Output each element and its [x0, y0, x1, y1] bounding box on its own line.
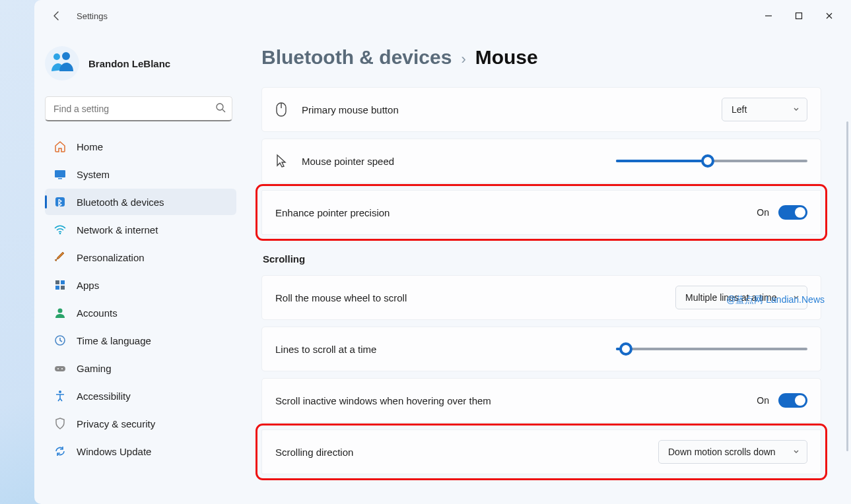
user-row[interactable]: Brandon LeBlanc: [45, 44, 243, 92]
shield-icon: [53, 416, 67, 431]
nav-list: Home System Bluetooth & devices Network …: [45, 133, 243, 464]
search-input[interactable]: [45, 96, 232, 121]
sidebar-item-bluetooth[interactable]: Bluetooth & devices: [45, 189, 236, 215]
lines-scroll-slider[interactable]: [616, 342, 807, 356]
clock-icon: [53, 333, 67, 348]
scroll-inactive-toggle[interactable]: [778, 393, 807, 408]
svg-point-15: [57, 368, 59, 369]
sidebar-item-privacy[interactable]: Privacy & security: [45, 410, 236, 437]
setting-label: Scrolling direction: [275, 447, 658, 458]
setting-pointer-speed: Mouse pointer speed: [261, 139, 821, 183]
gamepad-icon: [53, 361, 67, 375]
sidebar-item-personalization[interactable]: Personalization: [45, 244, 236, 270]
sidebar-item-label: Privacy & security: [77, 418, 155, 429]
sidebar-item-label: Accessibility: [77, 391, 131, 402]
minimize-icon: [765, 12, 772, 20]
sidebar-item-accounts[interactable]: Accounts: [45, 299, 236, 326]
scroll-direction-dropdown[interactable]: Down motion scrolls down: [658, 440, 807, 464]
slider-thumb[interactable]: [619, 342, 632, 356]
setting-scrolling-direction: Scrolling direction Down motion scrolls …: [261, 429, 821, 474]
search-box: [45, 96, 232, 121]
toggle-knob: [795, 395, 805, 406]
slider-thumb[interactable]: [701, 154, 714, 168]
svg-point-7: [59, 233, 61, 235]
pointer-speed-slider[interactable]: [616, 154, 807, 168]
content-area: Bluetooth & devices › Mouse Primary mous…: [243, 32, 851, 504]
svg-point-1: [53, 53, 60, 60]
update-icon: [53, 444, 67, 458]
dropdown-value: Down motion scrolls down: [668, 447, 776, 457]
toggle-state: On: [757, 395, 769, 406]
sidebar-item-system[interactable]: System: [45, 161, 236, 187]
close-button[interactable]: [814, 5, 844, 26]
watermark: @蓝点网 Landian.News: [726, 294, 825, 306]
svg-rect-4: [55, 170, 65, 177]
scrollbar-thumb[interactable]: [846, 121, 848, 451]
svg-rect-14: [55, 366, 65, 371]
sidebar-item-update[interactable]: Windows Update: [45, 438, 236, 464]
primary-button-dropdown[interactable]: Left: [722, 98, 807, 121]
avatar: [45, 46, 79, 80]
back-button[interactable]: [46, 5, 67, 26]
sidebar-item-label: Home: [77, 141, 103, 152]
sidebar-item-label: Gaming: [77, 363, 112, 374]
slider-track: [616, 348, 807, 350]
titlebar: Settings: [34, 0, 851, 32]
svg-point-12: [58, 309, 63, 313]
chevron-down-icon: [792, 447, 800, 457]
svg-rect-8: [55, 280, 59, 284]
setting-scroll-inactive: Scroll inactive windows when hovering ov…: [261, 378, 821, 423]
enhance-precision-toggle[interactable]: [778, 205, 807, 220]
setting-label: Lines to scroll at a time: [275, 344, 616, 355]
breadcrumb: Bluetooth & devices › Mouse: [261, 46, 851, 69]
sidebar-item-home[interactable]: Home: [45, 133, 236, 160]
wifi-icon: [53, 222, 67, 237]
sidebar-item-label: Personalization: [77, 252, 145, 263]
sidebar-item-gaming[interactable]: Gaming: [45, 355, 236, 381]
setting-label: Mouse pointer speed: [302, 156, 616, 167]
minimize-button[interactable]: [753, 5, 784, 26]
svg-point-2: [62, 52, 70, 60]
chevron-down-icon: [792, 104, 800, 115]
arrow-left-icon: [51, 11, 62, 21]
breadcrumb-current: Mouse: [475, 46, 538, 69]
toggle-knob: [795, 207, 805, 218]
maximize-button[interactable]: [784, 5, 814, 26]
sidebar-item-network[interactable]: Network & internet: [45, 216, 236, 243]
sidebar-item-label: Time & language: [77, 335, 151, 346]
sidebar-item-label: Apps: [77, 280, 99, 291]
setting-label: Scroll inactive windows when hovering ov…: [275, 395, 757, 406]
person-icon: [53, 305, 67, 320]
breadcrumb-parent[interactable]: Bluetooth & devices: [261, 46, 452, 69]
section-scrolling: Scrolling: [261, 241, 821, 268]
sidebar-item-label: Network & internet: [77, 224, 158, 236]
sidebar-item-apps[interactable]: Apps: [45, 272, 236, 298]
sidebar-item-time[interactable]: Time & language: [45, 327, 236, 354]
search-icon[interactable]: [215, 102, 226, 115]
svg-rect-9: [61, 280, 65, 284]
settings-list: Primary mouse button Left Mouse pointer …: [261, 87, 821, 474]
sidebar-item-label: Bluetooth & devices: [77, 197, 164, 208]
cursor-icon: [275, 154, 294, 168]
setting-label: Primary mouse button: [302, 104, 722, 115]
maximize-icon: [795, 12, 803, 20]
accessibility-icon: [53, 389, 67, 403]
svg-rect-0: [796, 13, 802, 19]
close-icon: [825, 12, 833, 20]
sidebar-item-accessibility[interactable]: Accessibility: [45, 383, 236, 409]
user-name: Brandon LeBlanc: [88, 58, 170, 69]
setting-primary-mouse-button: Primary mouse button Left: [261, 87, 821, 132]
bluetooth-icon: [53, 195, 67, 209]
svg-rect-11: [61, 286, 65, 290]
svg-point-16: [61, 368, 63, 369]
setting-label: Enhance pointer precision: [275, 207, 757, 218]
people-icon: [49, 50, 75, 77]
system-icon: [53, 167, 67, 181]
setting-label: Roll the mouse wheel to scroll: [275, 292, 675, 303]
sidebar: Brandon LeBlanc Home System: [34, 32, 243, 504]
settings-window: Settings: [34, 0, 851, 504]
window-controls: [753, 5, 844, 26]
apps-icon: [53, 278, 67, 292]
svg-rect-10: [55, 286, 59, 290]
breadcrumb-separator: ›: [461, 51, 465, 68]
